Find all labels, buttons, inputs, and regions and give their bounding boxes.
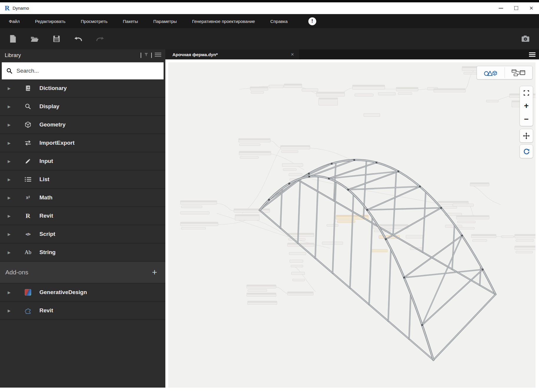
maximize-icon bbox=[514, 6, 518, 10]
window-edge bbox=[0, 0, 539, 2]
category-label: List bbox=[39, 176, 49, 183]
expand-caret-icon[interactable]: ▶ bbox=[8, 290, 15, 295]
library-category-string[interactable]: ▶ Ab String bbox=[0, 243, 165, 262]
expand-caret-icon[interactable]: ▶ bbox=[8, 232, 15, 236]
export-image-button[interactable] bbox=[521, 34, 530, 44]
library-category-display[interactable]: ▶ Display bbox=[0, 98, 165, 116]
dynamo-window: R Dynamo × Файл Редактировать Просмотрет… bbox=[0, 0, 539, 392]
orbit-icon bbox=[523, 148, 530, 155]
window-bottom-edge bbox=[0, 388, 539, 392]
addon-label: Revit bbox=[39, 307, 53, 314]
toolbar bbox=[0, 28, 539, 49]
library-search bbox=[2, 62, 164, 79]
fit-view-button[interactable] bbox=[520, 86, 533, 99]
tabbar-rest bbox=[299, 49, 525, 59]
library-header-icons bbox=[141, 52, 161, 58]
expand-caret-icon[interactable]: ▶ bbox=[8, 141, 15, 145]
workspace: Арочная ферма.dyn* × bbox=[165, 49, 539, 388]
library-category-geometry[interactable]: ▶ Geometry bbox=[0, 116, 165, 134]
expand-caret-icon[interactable]: ▶ bbox=[8, 214, 15, 218]
orbit-button[interactable] bbox=[520, 145, 533, 158]
addon-generative-design[interactable]: ▶ GenerativeDesign bbox=[0, 283, 165, 302]
menubar: Файл Редактировать Просмотреть Пакеты Па… bbox=[0, 14, 539, 28]
library-filler bbox=[0, 320, 165, 388]
minimize-button[interactable] bbox=[493, 2, 508, 14]
category-label: Input bbox=[39, 158, 53, 164]
category-label: Revit bbox=[39, 213, 53, 219]
menu-item-settings[interactable]: Параметры bbox=[153, 19, 177, 24]
graph-view-button[interactable] bbox=[505, 66, 533, 79]
code-icon: </> bbox=[24, 232, 32, 236]
addon-label: GenerativeDesign bbox=[39, 289, 87, 296]
redo-button[interactable] bbox=[95, 34, 105, 44]
menu-item-file[interactable]: Файл bbox=[9, 19, 20, 24]
content-area: Library ▶ bbox=[0, 49, 539, 388]
x-squared-icon: x² bbox=[24, 195, 32, 200]
expand-caret-icon[interactable]: ▶ bbox=[8, 177, 15, 182]
expand-caret-icon[interactable]: ▶ bbox=[8, 196, 15, 200]
expand-caret-icon[interactable]: ▶ bbox=[8, 308, 15, 313]
orbit-group bbox=[520, 144, 533, 158]
save-icon bbox=[52, 35, 61, 43]
pan-icon bbox=[523, 132, 530, 139]
expand-caret-icon[interactable]: ▶ bbox=[8, 123, 15, 127]
library-category-list[interactable]: ▶ List bbox=[0, 171, 165, 189]
open-file-icon bbox=[30, 35, 39, 43]
filter-funnel-icon[interactable] bbox=[144, 53, 148, 58]
graph-canvas[interactable]: + − bbox=[168, 62, 535, 388]
library-category-input[interactable]: ▶ Input bbox=[0, 152, 165, 171]
zoom-in-button[interactable]: + bbox=[520, 99, 533, 113]
list-icon bbox=[24, 176, 32, 182]
workspace-menu-button[interactable] bbox=[525, 49, 539, 59]
new-file-button[interactable] bbox=[8, 34, 18, 44]
navigation-controls: + − bbox=[520, 86, 533, 158]
geometry-view-button[interactable] bbox=[477, 66, 505, 79]
library-category-revit[interactable]: ▶ R Revit bbox=[0, 207, 165, 225]
expand-caret-icon[interactable]: ▶ bbox=[8, 250, 15, 255]
expand-caret-icon[interactable]: ▶ bbox=[8, 159, 15, 164]
search-input[interactable] bbox=[16, 68, 159, 74]
library-category-dictionary[interactable]: ▶ Dictionary bbox=[0, 79, 165, 98]
add-package-button[interactable]: + bbox=[152, 268, 157, 277]
expand-caret-icon[interactable]: ▶ bbox=[8, 104, 15, 109]
pan-button[interactable] bbox=[520, 129, 533, 142]
revit-r-icon: R bbox=[24, 212, 32, 220]
cube-icon bbox=[24, 121, 32, 128]
library-category-script[interactable]: ▶ </> Script bbox=[0, 225, 165, 243]
zoom-group: + − bbox=[520, 86, 533, 126]
view-toggle-group bbox=[477, 66, 533, 79]
undo-button[interactable] bbox=[74, 34, 83, 44]
category-label: Script bbox=[39, 231, 55, 237]
save-button[interactable] bbox=[52, 34, 61, 44]
tabbar: Арочная ферма.dyn* × bbox=[165, 49, 539, 59]
category-label: String bbox=[39, 249, 56, 256]
library-category-math[interactable]: ▶ x² Math bbox=[0, 189, 165, 207]
menu-item-help[interactable]: Справка bbox=[270, 19, 288, 24]
tab-close-icon[interactable]: × bbox=[291, 51, 294, 58]
menu-item-generative-design[interactable]: Генеративное проектирование bbox=[192, 19, 255, 24]
menu-item-view[interactable]: Просмотреть bbox=[81, 19, 108, 24]
open-file-button[interactable] bbox=[30, 34, 39, 44]
category-label: Dictionary bbox=[39, 85, 67, 91]
maximize-button[interactable] bbox=[508, 2, 524, 14]
notification-alert-icon[interactable]: ! bbox=[308, 17, 316, 25]
geometry-preview-icon bbox=[484, 69, 498, 77]
workspace-tab[interactable]: Арочная ферма.dyn* × bbox=[165, 49, 299, 59]
new-file-icon bbox=[9, 34, 17, 43]
addons-header: Add-ons + bbox=[0, 262, 165, 283]
library-category-importexport[interactable]: ▶ ImportExport bbox=[0, 134, 165, 152]
zoom-out-button[interactable]: − bbox=[520, 113, 533, 126]
close-button[interactable]: × bbox=[524, 2, 539, 14]
titlebar: R Dynamo × bbox=[0, 2, 539, 14]
menu-item-edit[interactable]: Редактировать bbox=[35, 19, 66, 24]
revit-logo-icon: R bbox=[5, 5, 10, 11]
expand-caret-icon[interactable]: ▶ bbox=[8, 86, 15, 91]
library-menu-icon[interactable] bbox=[155, 52, 161, 58]
library-title: Library bbox=[5, 52, 21, 59]
divider-bar bbox=[141, 53, 141, 58]
menu-item-packages[interactable]: Пакеты bbox=[123, 19, 138, 24]
category-label: Display bbox=[39, 103, 59, 110]
library-panel: Library ▶ bbox=[0, 49, 165, 388]
minimize-icon bbox=[499, 8, 503, 9]
addon-revit[interactable]: ▶ Revit bbox=[0, 302, 165, 320]
